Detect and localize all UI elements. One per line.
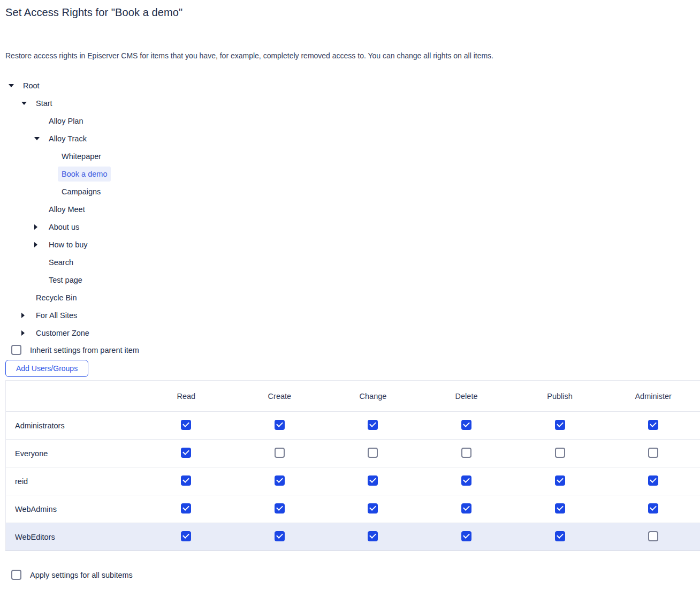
permission-checkbox-delete[interactable]: [461, 475, 471, 486]
row-name: WebAdmins: [6, 495, 140, 523]
tree-item-label[interactable]: Start: [32, 96, 56, 111]
permission-cell: [326, 440, 420, 467]
caret-right-icon[interactable]: [31, 240, 45, 249]
tree-item-test-page[interactable]: Test page: [5, 271, 700, 289]
caret-spacer: [31, 258, 45, 267]
row-name: Administrators: [6, 412, 140, 440]
tree-item-alloy-plan[interactable]: Alloy Plan: [5, 112, 700, 130]
permission-cell: [420, 440, 513, 467]
permission-checkbox-administer[interactable]: [648, 503, 658, 514]
permission-checkbox-delete[interactable]: [461, 503, 471, 514]
permission-cell: [140, 467, 233, 495]
permission-cell: [513, 467, 607, 495]
permission-checkbox-create[interactable]: [275, 420, 285, 430]
permission-checkbox-create[interactable]: [275, 503, 285, 514]
inherit-settings-label: Inherit settings from parent item: [30, 346, 139, 354]
tree-item-alloy-meet[interactable]: Alloy Meet: [5, 200, 700, 218]
permission-checkbox-publish[interactable]: [555, 420, 565, 430]
tree-item-label[interactable]: About us: [45, 220, 83, 235]
tree-item-label[interactable]: Test page: [45, 273, 86, 288]
tree-item-label[interactable]: Alloy Track: [45, 131, 90, 146]
apply-settings-checkbox[interactable]: [11, 570, 21, 580]
tree-item-how-to-buy[interactable]: How to buy: [5, 236, 700, 253]
permission-checkbox-delete[interactable]: [461, 531, 471, 541]
permission-checkbox-read[interactable]: [181, 503, 191, 514]
caret-down-icon[interactable]: [18, 99, 32, 108]
tree-item-label[interactable]: How to buy: [45, 237, 92, 252]
permission-checkbox-publish[interactable]: [555, 475, 565, 486]
permission-cell: [606, 467, 700, 495]
caret-spacer: [44, 187, 58, 196]
permission-cell: [233, 523, 326, 551]
permission-checkbox-read[interactable]: [181, 448, 191, 458]
tree-item-label[interactable]: Alloy Plan: [45, 114, 87, 129]
permission-checkbox-administer[interactable]: [648, 531, 658, 541]
tree-item-label[interactable]: Search: [45, 255, 77, 270]
caret-spacer: [31, 205, 45, 214]
permission-checkbox-change[interactable]: [368, 531, 378, 541]
tree-item-for-all-sites[interactable]: For All Sites: [5, 306, 700, 324]
permission-cell: [420, 523, 513, 551]
page-tree: RootStartAlloy PlanAlloy TrackWhitepaper…: [5, 77, 700, 342]
permission-checkbox-create[interactable]: [275, 475, 285, 486]
permission-checkbox-administer[interactable]: [648, 448, 658, 458]
permission-checkbox-administer[interactable]: [648, 475, 658, 486]
permission-checkbox-administer[interactable]: [648, 420, 658, 430]
apply-settings-label: Apply settings for all subitems: [30, 571, 133, 579]
tree-item-campaigns[interactable]: Campaigns: [5, 183, 700, 200]
caret-right-icon[interactable]: [18, 311, 32, 320]
tree-item-alloy-track[interactable]: Alloy Track: [5, 130, 700, 147]
caret-spacer: [44, 152, 58, 161]
permission-checkbox-delete[interactable]: [461, 420, 471, 430]
permission-checkbox-publish[interactable]: [555, 503, 565, 514]
permission-checkbox-delete[interactable]: [461, 448, 471, 458]
tree-item-label[interactable]: For All Sites: [32, 308, 81, 323]
tree-item-label[interactable]: Root: [19, 78, 43, 93]
permission-checkbox-read[interactable]: [181, 475, 191, 486]
caret-down-icon[interactable]: [31, 134, 45, 143]
permission-checkbox-change[interactable]: [368, 503, 378, 514]
permission-checkbox-create[interactable]: [275, 531, 285, 541]
caret-right-icon[interactable]: [18, 329, 32, 337]
permission-checkbox-change[interactable]: [368, 420, 378, 430]
tree-item-recycle-bin[interactable]: Recycle Bin: [5, 289, 700, 306]
permission-cell: [140, 495, 233, 523]
tree-item-label[interactable]: Whitepaper: [58, 149, 105, 164]
permission-checkbox-read[interactable]: [181, 420, 191, 430]
tree-item-whitepaper[interactable]: Whitepaper: [5, 147, 700, 165]
permission-checkbox-read[interactable]: [181, 531, 191, 541]
permission-cell: [420, 467, 513, 495]
inherit-settings-checkbox[interactable]: [11, 345, 21, 355]
caret-spacer: [18, 293, 32, 302]
caret-spacer: [44, 170, 58, 178]
tree-item-about-us[interactable]: About us: [5, 218, 700, 236]
tree-item-label[interactable]: Customer Zone: [32, 326, 93, 341]
permission-checkbox-change[interactable]: [368, 448, 378, 458]
add-users-groups-button[interactable]: Add Users/Groups: [5, 360, 88, 377]
permission-cell: [420, 412, 513, 440]
tree-item-label[interactable]: Recycle Bin: [32, 290, 81, 305]
page-title: Set Access Rights for "Book a demo": [5, 6, 700, 19]
tree-item-root[interactable]: Root: [5, 77, 700, 94]
tree-item-search[interactable]: Search: [5, 253, 700, 271]
tree-item-start[interactable]: Start: [5, 94, 700, 112]
inherit-settings-row: Inherit settings from parent item: [11, 345, 700, 355]
permission-cell: [513, 440, 607, 467]
permission-checkbox-publish[interactable]: [555, 448, 565, 458]
tree-item-label[interactable]: Book a demo: [58, 167, 111, 182]
permission-cell: [233, 467, 326, 495]
row-name: reid: [6, 467, 140, 495]
apply-settings-row: Apply settings for all subitems: [11, 570, 700, 580]
permission-cell: [513, 412, 607, 440]
tree-item-label[interactable]: Campaigns: [58, 184, 104, 199]
tree-item-label[interactable]: Alloy Meet: [45, 202, 89, 217]
access-rights-page: Set Access Rights for "Book a demo" Rest…: [0, 6, 700, 580]
column-header-create: Create: [233, 381, 326, 412]
permission-checkbox-change[interactable]: [368, 475, 378, 486]
caret-right-icon[interactable]: [31, 223, 45, 231]
permission-checkbox-publish[interactable]: [555, 531, 565, 541]
tree-item-book-a-demo[interactable]: Book a demo: [5, 165, 700, 183]
permission-checkbox-create[interactable]: [275, 448, 285, 458]
caret-down-icon[interactable]: [5, 81, 19, 90]
tree-item-customer-zone[interactable]: Customer Zone: [5, 324, 700, 342]
